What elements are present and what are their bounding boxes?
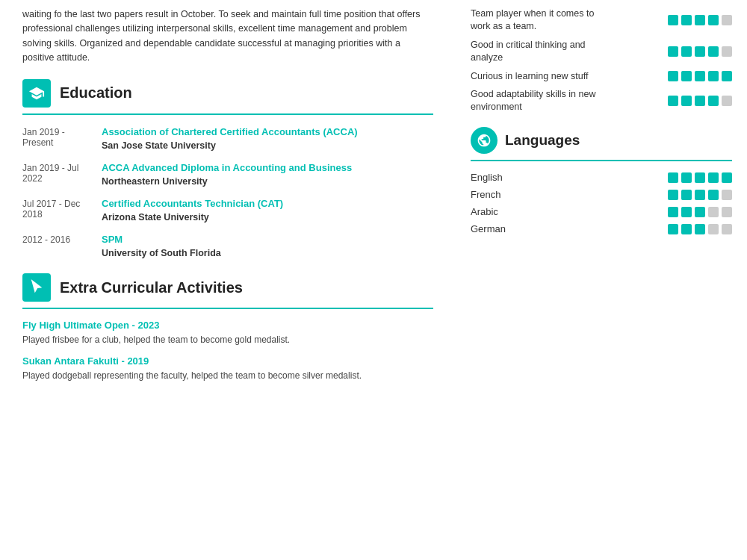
skill-label: Good adaptability skills in new environm… [471,88,601,113]
skill-dot [722,71,732,81]
skills-section: Team player when it comes to work as a t… [471,7,732,113]
language-label: Arabic [471,206,530,217]
language-row: Arabic [471,206,732,217]
language-dot [668,190,678,200]
education-icon [22,79,51,108]
skill-dot [681,71,692,81]
languages-icon [471,127,498,154]
edu-details: Certified Accountants Technician (CAT) A… [102,197,283,223]
education-divider [22,113,433,115]
edu-degree: SPM [102,233,221,246]
graduation-cap-icon [28,85,45,102]
education-entry: 2012 - 2016 SPM University of South Flor… [22,233,433,258]
language-dot [681,224,692,234]
language-dot [722,172,732,183]
skill-dot [695,96,705,106]
skill-dot [681,15,692,25]
skill-row: Team player when it comes to work as a t… [471,7,732,33]
language-dots [668,190,732,200]
language-dot [681,207,692,217]
language-dots [668,207,732,217]
activities-header: Extra Curricular Activities [22,273,433,302]
language-dot [668,207,678,217]
edu-school: University of South Florida [102,248,221,258]
skill-dot [708,96,719,106]
edu-details: SPM University of South Florida [102,233,221,258]
language-dot [722,207,732,217]
activity-item: Sukan Antara Fakulti - 2019 Played dodge… [22,355,433,382]
language-dot [695,172,705,183]
language-dots [668,172,732,183]
skill-dot [722,96,732,106]
activities-list: Fly High Ultimate Open - 2023 Played fri… [22,320,433,382]
activity-description: Played dodgeball representing the facult… [22,369,433,382]
skill-dot [668,71,678,81]
language-dot [708,224,719,234]
language-dot [681,190,692,200]
language-label: English [471,172,530,183]
language-row: French [471,189,732,200]
right-column: Team player when it comes to work as a t… [456,0,747,560]
language-dot [708,172,719,183]
languages-header: Languages [471,127,732,154]
language-dot [708,207,719,217]
activities-icon [22,273,51,302]
language-dot [722,224,732,234]
language-dot [668,224,678,234]
language-dot [668,172,678,183]
edu-school: San Jose State University [102,140,358,151]
edu-degree: Association of Chartered Certified Accou… [102,125,358,139]
skill-row: Good adaptability skills in new environm… [471,88,732,113]
edu-degree: ACCA Advanced Diploma in Accounting and … [102,161,352,175]
language-dot [695,224,705,234]
language-dot [722,190,732,200]
skill-label: Good in critical thinking and analyze [471,39,601,64]
education-header: Education [22,79,433,108]
language-dot [681,172,692,183]
skill-dot [668,46,678,57]
activities-title: Extra Curricular Activities [60,279,243,296]
language-row: English [471,172,732,183]
left-column: waiting fo the last two papers result in… [0,0,456,560]
edu-details: ACCA Advanced Diploma in Accounting and … [102,161,352,187]
skill-row: Good in critical thinking and analyze [471,39,732,64]
globe-icon [477,133,492,148]
language-dot [695,190,705,200]
edu-details: Association of Chartered Certified Accou… [102,125,358,151]
edu-degree: Certified Accountants Technician (CAT) [102,197,283,211]
skill-dots [668,71,732,81]
edu-date: Jan 2019 - Jul 2022 [22,161,90,187]
skill-dot [681,46,692,57]
activities-divider [22,308,433,309]
skills-list: Team player when it comes to work as a t… [471,7,732,113]
edu-date: Jul 2017 - Dec 2018 [22,197,90,223]
languages-section: Languages English French Arabic German [471,127,732,234]
language-label: German [471,223,530,234]
skill-row: Curious in learning new stuff [471,70,732,83]
skill-dots [668,15,732,25]
languages-list: English French Arabic German [471,172,732,234]
skill-dot [668,96,678,106]
education-title: Education [60,84,132,102]
language-row: German [471,223,732,234]
education-entry: Jul 2017 - Dec 2018 Certified Accountant… [22,197,433,223]
education-entry: Jan 2019 - Present Association of Charte… [22,125,433,151]
summary-text: waiting fo the last two papers result in… [22,7,433,66]
skill-dot [722,15,732,25]
skill-label: Curious in learning new stuff [471,70,601,83]
languages-title: Languages [505,132,580,149]
edu-school: Arizona State University [102,212,283,223]
language-label: French [471,189,530,200]
languages-divider [471,160,732,161]
activity-description: Played frisbee for a club, helped the te… [22,333,433,346]
skill-dot [695,71,705,81]
activity-item: Fly High Ultimate Open - 2023 Played fri… [22,320,433,346]
activity-title: Sukan Antara Fakulti - 2019 [22,355,433,367]
edu-date: Jan 2019 - Present [22,125,90,151]
cursor-icon [28,279,45,296]
skill-dot [722,46,732,57]
edu-date: 2012 - 2016 [22,233,90,258]
skill-dot [695,46,705,57]
skill-dots [668,46,732,57]
education-entry: Jan 2019 - Jul 2022 ACCA Advanced Diplom… [22,161,433,187]
